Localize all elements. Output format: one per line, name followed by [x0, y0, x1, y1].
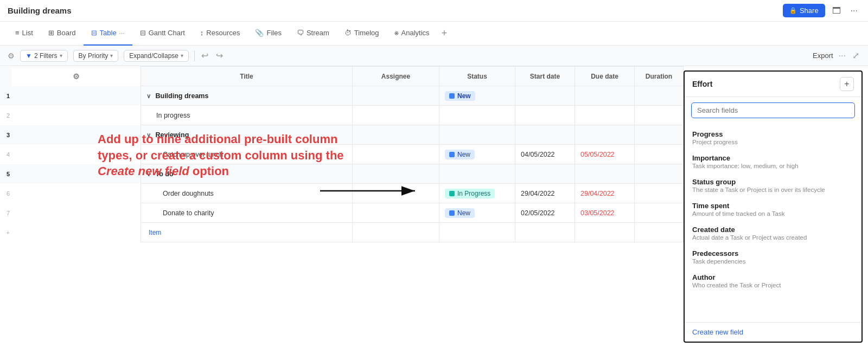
add-tab-button[interactable]: +	[437, 28, 452, 39]
nav-tabs: ≡ List ⊞ Board ⊟ Table ··· ⊟ Gantt Chart…	[0, 22, 868, 46]
undo-button[interactable]: ↩	[200, 50, 209, 61]
export-button[interactable]: Export	[813, 52, 833, 60]
add-item-cell[interactable]: Item	[141, 223, 353, 242]
filter-separator	[194, 50, 195, 61]
field-item-statusgroup[interactable]: Status group The state a Task or Project…	[685, 174, 861, 197]
field-desc: Task dependencies	[692, 258, 854, 265]
field-name: Time spent	[692, 202, 854, 210]
expand-chevron-icon: ▾	[181, 53, 183, 59]
table-row: 1 ∨ Building dreams New	[0, 86, 684, 106]
th-title[interactable]: Title	[141, 67, 353, 86]
table-area: ⚙ Title Assignee Status Start date Due d…	[0, 66, 684, 347]
more-options-button[interactable]: ···	[848, 5, 860, 17]
row-assignee	[353, 125, 439, 145]
resources-icon: ↕	[200, 29, 204, 37]
tab-stream[interactable]: 🗨 Stream	[289, 22, 337, 46]
column-settings-icon[interactable]: ⚙	[73, 72, 80, 81]
th-duration[interactable]: Duration	[635, 67, 684, 86]
row-assignee	[353, 145, 439, 164]
top-bar: Building dreams 🔒 Share 🗖 ···	[0, 0, 868, 22]
row-status: New	[439, 86, 515, 106]
top-bar-actions: 🔒 Share 🗖 ···	[783, 4, 860, 17]
field-item-author[interactable]: Author Who created the Task or Project	[685, 269, 861, 293]
field-desc: The state a Task or Project is in over i…	[692, 187, 854, 193]
field-item-importance[interactable]: Importance Task importance: low, medium,…	[685, 150, 861, 174]
row-startdate	[515, 86, 575, 106]
row-duedate: 29/04/2022	[575, 184, 635, 203]
row-startdate: 29/04/2022	[515, 184, 575, 203]
row-number: 4	[0, 145, 12, 164]
th-assignee[interactable]: Assignee	[353, 67, 439, 86]
row-status	[439, 125, 515, 145]
row-settings	[12, 203, 141, 223]
row-status: New	[439, 145, 515, 164]
row-duration	[635, 164, 684, 184]
tab-board[interactable]: ⊞ Board	[41, 22, 84, 46]
status-dot	[449, 152, 455, 157]
field-item-progress[interactable]: Progress Project progress	[685, 126, 861, 150]
board-icon: ⊞	[48, 29, 54, 37]
row-duration	[635, 86, 684, 106]
add-row-num: +	[0, 223, 12, 242]
row-status	[439, 106, 515, 125]
row-duedate	[575, 106, 635, 125]
row-title[interactable]: In progress	[141, 106, 353, 125]
tab-list[interactable]: ≡ List	[8, 22, 41, 46]
field-desc: Task importance: low, medium, or high	[692, 163, 854, 169]
row-settings	[12, 184, 141, 203]
row-duedate	[575, 86, 635, 106]
priority-chip[interactable]: By Priority ▾	[73, 50, 119, 62]
field-item-timespent[interactable]: Time spent Amount of time tracked on a T…	[685, 197, 861, 221]
th-startdate[interactable]: Start date	[515, 67, 575, 86]
status-dot	[449, 210, 455, 216]
row-title[interactable]: ∨ Building dreams	[141, 86, 353, 106]
tab-resources[interactable]: ↕ Resources	[193, 22, 248, 46]
tab-analytics[interactable]: ⎈ Analytics	[387, 22, 437, 46]
row-number: 2	[0, 106, 12, 125]
row-number: 6	[0, 184, 12, 203]
tab-timelog[interactable]: ⏱ Timelog	[337, 22, 387, 46]
status-badge: In Progress	[445, 189, 495, 198]
tab-gantt[interactable]: ⊟ Gantt Chart	[132, 22, 193, 46]
row-number: 7	[0, 203, 12, 223]
panel-add-button[interactable]: +	[840, 77, 854, 91]
row-assignee	[353, 86, 439, 106]
filter-chevron-icon: ▾	[60, 53, 62, 59]
tab-table[interactable]: ⊟ Table ···	[84, 22, 132, 46]
filter-chip[interactable]: ▼ 2 Filters ▾	[20, 50, 68, 62]
field-name: Predecessors	[692, 249, 854, 258]
field-item-createddate[interactable]: Created date Actual date a Task or Proje…	[685, 221, 861, 245]
add-item-row: + Item	[0, 223, 684, 242]
row-duedate	[575, 164, 635, 184]
row-settings	[12, 106, 141, 125]
th-status[interactable]: Status	[439, 67, 515, 86]
app-title: Building dreams	[8, 6, 72, 15]
priority-chevron-icon: ▾	[110, 53, 113, 59]
minimize-button[interactable]: 🗖	[829, 5, 844, 17]
timelog-icon: ⏱	[344, 29, 352, 37]
field-desc: Amount of time tracked on a Task	[692, 210, 854, 217]
row-status: New	[439, 203, 515, 223]
search-fields-input[interactable]	[691, 102, 855, 118]
fullscreen-icon[interactable]: ⤢	[851, 50, 860, 61]
create-new-field-button[interactable]: Create new field	[692, 328, 743, 336]
expand-chip[interactable]: Expand/Collapse ▾	[124, 50, 189, 62]
row-status	[439, 164, 515, 184]
row-number: 5	[0, 164, 12, 184]
filter-more-icon[interactable]: ···	[838, 51, 847, 61]
field-item-predecessors[interactable]: Predecessors Task dependencies	[685, 245, 861, 269]
panel-title: Effort	[692, 80, 712, 88]
th-duedate[interactable]: Due date	[575, 67, 635, 86]
redo-button[interactable]: ↪	[215, 50, 224, 61]
tab-files[interactable]: 📎 Files	[247, 22, 289, 46]
add-item-button[interactable]: Item	[146, 229, 161, 236]
toggle-icon[interactable]: ∨	[146, 93, 151, 99]
th-rownum	[0, 67, 12, 86]
list-icon: ≡	[15, 29, 20, 37]
share-button[interactable]: 🔒 Share	[783, 4, 825, 17]
row-startdate	[515, 106, 575, 125]
panel-header: Effort +	[685, 72, 861, 97]
settings-icon[interactable]: ⚙	[8, 52, 15, 60]
row-duration	[635, 145, 684, 164]
row-number: 3	[0, 125, 12, 145]
